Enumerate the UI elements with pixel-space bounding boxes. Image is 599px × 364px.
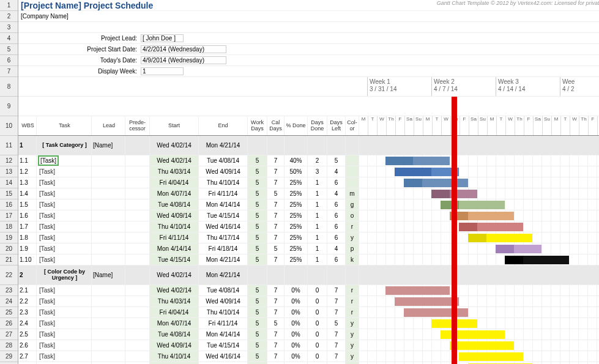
gantt-bar[interactable] <box>459 352 523 361</box>
caldays-cell[interactable]: 7 <box>267 296 285 306</box>
task-wbs[interactable]: 1.2 <box>18 166 37 177</box>
pred-cell[interactable] <box>125 199 150 210</box>
start-cell[interactable]: Thu 4/10/14 <box>150 351 199 362</box>
task-wbs[interactable]: 2.5 <box>18 329 37 340</box>
task-name-cell[interactable]: [Task] <box>37 210 92 221</box>
lead-cell[interactable] <box>92 232 125 243</box>
caldays-cell[interactable]: 7 <box>267 329 285 340</box>
start-cell[interactable]: Tue 4/08/14 <box>150 329 199 340</box>
end-cell[interactable]: Wed 4/16/14 <box>199 351 248 362</box>
end-cell[interactable]: Wed 4/09/14 <box>199 166 248 177</box>
task-wbs[interactable]: 1.3 <box>18 177 37 188</box>
category-name[interactable]: [ Color Code by Urgency ] <box>37 266 92 284</box>
daysleft-cell[interactable]: 5 <box>327 318 346 329</box>
end-cell[interactable]: Fri 4/11/14 <box>199 188 248 199</box>
daysleft-cell[interactable]: 6 <box>327 199 346 210</box>
pctdone-cell[interactable]: 25% <box>285 199 308 210</box>
pred-cell[interactable] <box>125 296 150 306</box>
color-cell[interactable]: r <box>346 307 359 318</box>
row-number[interactable]: 2 <box>0 11 18 22</box>
empty-cell[interactable] <box>346 266 359 284</box>
color-cell[interactable]: p <box>346 243 359 254</box>
start-cell[interactable]: Fri 4/04/14 <box>150 307 199 318</box>
start-cell[interactable]: Fri 4/11/14 <box>150 232 199 243</box>
task-wbs[interactable]: 2.1 <box>18 285 37 295</box>
daysleft-cell[interactable]: 6 <box>327 232 346 243</box>
row-number[interactable]: 4 <box>0 33 18 44</box>
color-cell[interactable]: k <box>346 254 359 265</box>
row-number[interactable]: 5 <box>0 44 18 55</box>
daysdone-cell[interactable]: 1 <box>308 188 327 199</box>
caldays-cell[interactable]: 7 <box>267 177 285 188</box>
empty-cell[interactable] <box>308 136 327 155</box>
task-name-cell[interactable]: [Task] <box>37 232 92 243</box>
task-name-cell[interactable]: [Task] <box>37 166 92 177</box>
task-name-cell[interactable]: [Task] <box>37 243 92 254</box>
pctdone-cell[interactable]: 0% <box>285 351 308 362</box>
daysdone-cell[interactable]: 0 <box>308 307 327 318</box>
task-name-cell[interactable]: [Task] <box>37 329 92 340</box>
end-cell[interactable]: Thu 4/17/14 <box>199 232 248 243</box>
lead-cell[interactable] <box>92 188 125 199</box>
color-cell[interactable]: m <box>346 188 359 199</box>
daysdone-cell[interactable]: 1 <box>308 243 327 254</box>
daysdone-cell[interactable]: 1 <box>308 254 327 265</box>
caldays-cell[interactable]: 7 <box>267 221 285 232</box>
pred-cell[interactable] <box>125 188 150 199</box>
pred-cell[interactable] <box>125 329 150 340</box>
workdays-cell[interactable]: 5 <box>248 210 267 221</box>
color-cell[interactable]: g <box>346 199 359 210</box>
lead-cell[interactable] <box>92 177 125 188</box>
lead-cell[interactable] <box>92 166 125 177</box>
task-name-cell[interactable]: [Task] <box>37 296 92 306</box>
end-cell[interactable]: Tue 4/15/14 <box>199 340 248 351</box>
start-cell[interactable]: Thu 4/03/14 <box>150 296 199 306</box>
workdays-cell[interactable]: 5 <box>248 307 267 318</box>
empty-cell[interactable] <box>285 136 308 155</box>
task-wbs[interactable]: 2.6 <box>18 340 37 351</box>
task-name-cell[interactable]: [Task] <box>37 188 92 199</box>
row-number[interactable]: 22 <box>0 266 18 285</box>
row-number[interactable]: 21 <box>0 254 18 266</box>
caldays-cell[interactable]: 7 <box>267 155 285 166</box>
info-value[interactable]: 1 <box>141 67 184 75</box>
daysdone-cell[interactable]: 3 <box>308 166 327 177</box>
row-number[interactable]: 18 <box>0 221 18 232</box>
daysleft-cell[interactable]: 6 <box>327 177 346 188</box>
row-number[interactable]: 17 <box>0 210 18 221</box>
category-lead[interactable]: [Name] <box>92 266 125 284</box>
caldays-cell[interactable]: 7 <box>267 254 285 265</box>
task-name-cell[interactable]: [Task] <box>37 351 92 362</box>
row-number[interactable]: 15 <box>0 188 18 199</box>
caldays-cell[interactable]: 5 <box>267 318 285 329</box>
end-cell[interactable]: Tue 4/08/14 <box>199 285 248 295</box>
daysleft-cell[interactable]: 7 <box>327 285 346 295</box>
daysleft-cell[interactable]: 6 <box>327 210 346 221</box>
empty-cell[interactable] <box>285 266 308 284</box>
category-name[interactable]: [ Task Category ] <box>37 136 92 155</box>
task-wbs[interactable]: 1.5 <box>18 199 37 210</box>
caldays-cell[interactable]: 7 <box>267 199 285 210</box>
lead-cell[interactable] <box>92 351 125 362</box>
empty-cell[interactable] <box>327 266 346 284</box>
start-cell[interactable]: Thu 4/10/14 <box>150 221 199 232</box>
workdays-cell[interactable]: 5 <box>248 318 267 329</box>
start-cell[interactable]: Tue 4/08/14 <box>150 199 199 210</box>
start-header[interactable]: Start <box>150 116 199 135</box>
lead-cell[interactable] <box>92 340 125 351</box>
row-number[interactable]: 10 <box>0 116 18 136</box>
workdays-cell[interactable]: 5 <box>248 340 267 351</box>
end-cell[interactable]: Fri 4/11/14 <box>199 318 248 329</box>
empty-cell[interactable] <box>346 136 359 155</box>
start-cell[interactable]: Wed 4/02/14 <box>150 155 199 166</box>
info-value[interactable]: [ John Doe ] <box>141 34 184 42</box>
pctdone-cell[interactable]: 25% <box>285 188 308 199</box>
daysdone-cell[interactable]: 1 <box>308 177 327 188</box>
category-end[interactable]: Mon 4/21/14 <box>199 136 248 155</box>
caldays-cell[interactable]: 5 <box>267 188 285 199</box>
pred-cell[interactable] <box>125 266 150 284</box>
pred-cell[interactable] <box>125 285 150 295</box>
daysdone-cell[interactable]: 1 <box>308 199 327 210</box>
workdays-cell[interactable]: 5 <box>248 351 267 362</box>
lead-cell[interactable] <box>92 155 125 166</box>
